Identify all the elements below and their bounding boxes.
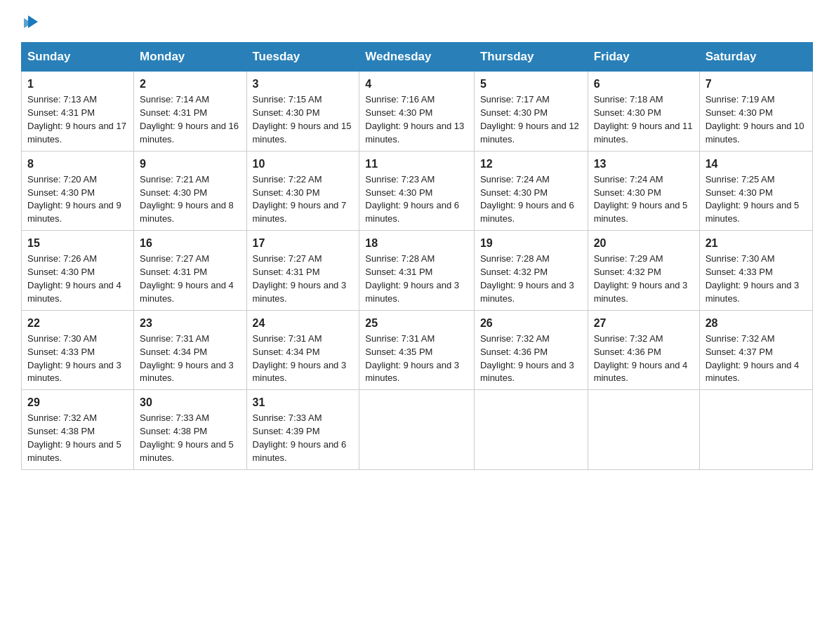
day-number: 9 <box>140 156 240 172</box>
sunrise-text: Sunrise: 7:26 AM <box>27 253 97 264</box>
calendar-cell: 28Sunrise: 7:32 AMSunset: 4:37 PMDayligh… <box>699 310 812 390</box>
sunset-text: Sunset: 4:32 PM <box>594 267 661 277</box>
daylight-text: Daylight: 9 hours and 9 minutes. <box>27 200 121 224</box>
sunrise-text: Sunrise: 7:32 AM <box>594 333 663 344</box>
sunrise-text: Sunrise: 7:13 AM <box>27 94 97 105</box>
daylight-text: Daylight: 9 hours and 5 minutes. <box>27 439 121 463</box>
calendar-cell: 1Sunrise: 7:13 AMSunset: 4:31 PMDaylight… <box>22 72 134 152</box>
sunset-text: Sunset: 4:30 PM <box>594 187 661 198</box>
daylight-text: Daylight: 9 hours and 6 minutes. <box>480 200 574 224</box>
day-number: 21 <box>706 235 807 251</box>
day-number: 28 <box>706 315 807 331</box>
daylight-text: Daylight: 9 hours and 5 minutes. <box>706 200 800 224</box>
daylight-text: Daylight: 9 hours and 4 minutes. <box>706 360 800 384</box>
sunset-text: Sunset: 4:30 PM <box>253 187 320 198</box>
sunrise-text: Sunrise: 7:29 AM <box>594 253 663 264</box>
day-number: 6 <box>594 76 694 92</box>
sunrise-text: Sunrise: 7:21 AM <box>140 174 209 185</box>
sunrise-text: Sunrise: 7:27 AM <box>140 253 209 264</box>
calendar-header-row: SundayMondayTuesdayWednesdayThursdayFrid… <box>22 43 813 72</box>
daylight-text: Daylight: 9 hours and 3 minutes. <box>594 280 688 304</box>
sunrise-text: Sunrise: 7:32 AM <box>27 412 97 423</box>
daylight-text: Daylight: 9 hours and 3 minutes. <box>253 360 347 384</box>
daylight-text: Daylight: 9 hours and 3 minutes. <box>480 360 574 384</box>
calendar-cell: 21Sunrise: 7:30 AMSunset: 4:33 PMDayligh… <box>699 231 812 311</box>
sunset-text: Sunset: 4:30 PM <box>253 107 320 118</box>
day-number: 11 <box>365 156 468 172</box>
sunset-text: Sunset: 4:30 PM <box>27 187 95 198</box>
daylight-text: Daylight: 9 hours and 15 minutes. <box>253 121 352 145</box>
calendar-cell: 5Sunrise: 7:17 AMSunset: 4:30 PMDaylight… <box>474 72 588 152</box>
sunrise-text: Sunrise: 7:19 AM <box>706 94 775 105</box>
calendar-table: SundayMondayTuesdayWednesdayThursdayFrid… <box>21 42 813 470</box>
daylight-text: Daylight: 9 hours and 11 minutes. <box>594 121 693 145</box>
sunrise-text: Sunrise: 7:33 AM <box>140 412 209 423</box>
calendar-cell: 3Sunrise: 7:15 AMSunset: 4:30 PMDaylight… <box>246 72 359 152</box>
calendar-cell: 17Sunrise: 7:27 AMSunset: 4:31 PMDayligh… <box>246 231 359 311</box>
day-number: 17 <box>253 235 354 251</box>
sunset-text: Sunset: 4:30 PM <box>480 107 548 118</box>
calendar-week-row: 15Sunrise: 7:26 AMSunset: 4:30 PMDayligh… <box>22 231 813 311</box>
daylight-text: Daylight: 9 hours and 7 minutes. <box>253 200 347 224</box>
calendar-cell: 8Sunrise: 7:20 AMSunset: 4:30 PMDaylight… <box>22 151 134 231</box>
day-number: 20 <box>594 235 694 251</box>
day-number: 2 <box>140 76 240 92</box>
sunset-text: Sunset: 4:31 PM <box>140 107 207 118</box>
calendar-cell: 16Sunrise: 7:27 AMSunset: 4:31 PMDayligh… <box>134 231 246 311</box>
logo-icon <box>22 13 41 31</box>
sunrise-text: Sunrise: 7:31 AM <box>365 333 435 344</box>
daylight-text: Daylight: 9 hours and 4 minutes. <box>27 280 121 304</box>
calendar-cell: 10Sunrise: 7:22 AMSunset: 4:30 PMDayligh… <box>246 151 359 231</box>
daylight-text: Daylight: 9 hours and 3 minutes. <box>365 360 459 384</box>
calendar-cell <box>474 390 588 470</box>
daylight-text: Daylight: 9 hours and 10 minutes. <box>706 121 805 145</box>
day-number: 15 <box>27 235 128 251</box>
daylight-text: Daylight: 9 hours and 17 minutes. <box>27 121 126 145</box>
day-of-week-header: Saturday <box>699 43 812 72</box>
sunset-text: Sunset: 4:34 PM <box>253 347 320 357</box>
logo <box>21 14 41 28</box>
day-number: 8 <box>27 156 128 172</box>
daylight-text: Daylight: 9 hours and 13 minutes. <box>365 121 464 145</box>
day-number: 5 <box>480 76 582 92</box>
daylight-text: Daylight: 9 hours and 8 minutes. <box>140 200 234 224</box>
calendar-cell: 25Sunrise: 7:31 AMSunset: 4:35 PMDayligh… <box>359 310 475 390</box>
sunset-text: Sunset: 4:37 PM <box>706 347 773 357</box>
calendar-week-row: 22Sunrise: 7:30 AMSunset: 4:33 PMDayligh… <box>22 310 813 390</box>
day-number: 13 <box>594 156 694 172</box>
sunset-text: Sunset: 4:30 PM <box>706 107 773 118</box>
calendar-cell: 31Sunrise: 7:33 AMSunset: 4:39 PMDayligh… <box>246 390 359 470</box>
day-number: 25 <box>365 315 468 331</box>
sunset-text: Sunset: 4:31 PM <box>27 107 95 118</box>
day-of-week-header: Friday <box>588 43 699 72</box>
calendar-cell <box>359 390 475 470</box>
daylight-text: Daylight: 9 hours and 6 minutes. <box>365 200 459 224</box>
sunset-text: Sunset: 4:35 PM <box>365 347 432 357</box>
calendar-cell: 22Sunrise: 7:30 AMSunset: 4:33 PMDayligh… <box>22 310 134 390</box>
daylight-text: Daylight: 9 hours and 5 minutes. <box>594 200 688 224</box>
calendar-week-row: 29Sunrise: 7:32 AMSunset: 4:38 PMDayligh… <box>22 390 813 470</box>
calendar-cell: 14Sunrise: 7:25 AMSunset: 4:30 PMDayligh… <box>699 151 812 231</box>
sunrise-text: Sunrise: 7:16 AM <box>365 94 435 105</box>
day-number: 10 <box>253 156 354 172</box>
sunrise-text: Sunrise: 7:32 AM <box>480 333 550 344</box>
calendar-cell: 9Sunrise: 7:21 AMSunset: 4:30 PMDaylight… <box>134 151 246 231</box>
daylight-text: Daylight: 9 hours and 3 minutes. <box>140 360 234 384</box>
day-number: 4 <box>365 76 468 92</box>
calendar-cell: 24Sunrise: 7:31 AMSunset: 4:34 PMDayligh… <box>246 310 359 390</box>
sunrise-text: Sunrise: 7:15 AM <box>253 94 322 105</box>
daylight-text: Daylight: 9 hours and 4 minutes. <box>594 360 688 384</box>
sunrise-text: Sunrise: 7:28 AM <box>365 253 435 264</box>
calendar-cell: 11Sunrise: 7:23 AMSunset: 4:30 PMDayligh… <box>359 151 475 231</box>
day-number: 29 <box>27 394 128 410</box>
day-number: 1 <box>27 76 128 92</box>
day-of-week-header: Sunday <box>22 43 134 72</box>
day-of-week-header: Tuesday <box>246 43 359 72</box>
daylight-text: Daylight: 9 hours and 3 minutes. <box>253 280 347 304</box>
sunrise-text: Sunrise: 7:28 AM <box>480 253 550 264</box>
day-of-week-header: Monday <box>134 43 246 72</box>
calendar-cell: 30Sunrise: 7:33 AMSunset: 4:38 PMDayligh… <box>134 390 246 470</box>
day-number: 16 <box>140 235 240 251</box>
calendar-cell: 12Sunrise: 7:24 AMSunset: 4:30 PMDayligh… <box>474 151 588 231</box>
calendar-cell: 6Sunrise: 7:18 AMSunset: 4:30 PMDaylight… <box>588 72 699 152</box>
